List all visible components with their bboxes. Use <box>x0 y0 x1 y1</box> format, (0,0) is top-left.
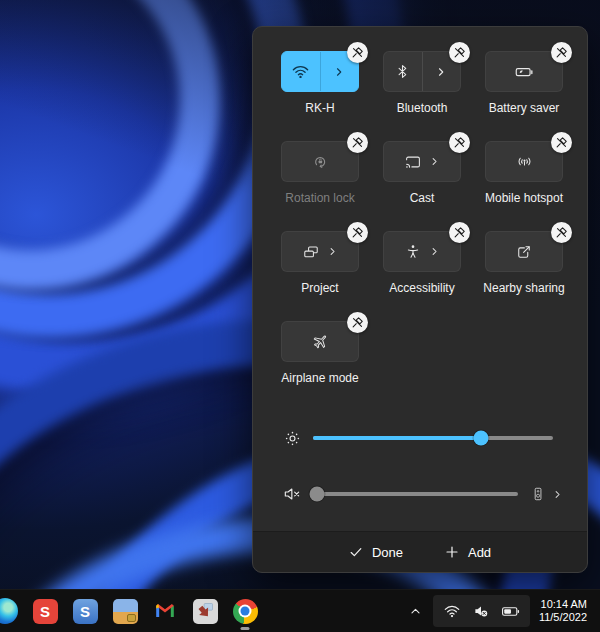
plus-icon <box>445 545 459 559</box>
done-label: Done <box>372 545 403 560</box>
brightness-slider[interactable] <box>313 430 553 446</box>
tile-cell-bluetooth: Bluetooth <box>383 51 461 115</box>
unpin-icon[interactable] <box>449 132 470 153</box>
chevron-right-icon <box>429 246 440 257</box>
cast-icon <box>404 153 422 171</box>
tile-label: Battery saver <box>469 101 579 115</box>
tile-label: Airplane mode <box>265 371 375 385</box>
add-label: Add <box>468 545 491 560</box>
airplane-icon <box>311 332 330 351</box>
chevron-right-icon <box>327 246 338 257</box>
brightness-fill <box>313 436 481 440</box>
tile-label: Accessibility <box>367 281 477 295</box>
tile-cell-airplane-mode: Airplane mode <box>281 321 359 385</box>
clock-date: 11/5/2022 <box>539 611 587 625</box>
airplane-mode-tile[interactable] <box>281 321 359 362</box>
bluetooth-toggle-segment[interactable] <box>384 52 422 91</box>
tile-label: Rotation lock <box>265 191 375 205</box>
chevron-right-icon[interactable] <box>552 489 563 500</box>
quick-settings-footer: Done Add <box>253 531 587 572</box>
mobile-hotspot-tile[interactable] <box>485 141 563 182</box>
battery-icon <box>501 602 520 621</box>
gmail-icon[interactable] <box>152 598 178 624</box>
battery-saver-tile[interactable] <box>485 51 563 92</box>
tile-label: Nearby sharing <box>469 281 579 295</box>
accessibility-icon <box>404 243 422 261</box>
photos-icon[interactable] <box>112 598 138 624</box>
rotation-lock-icon <box>311 153 329 171</box>
tile-cell-cast: Cast <box>383 141 461 205</box>
project-icon <box>302 243 320 261</box>
add-button[interactable]: Add <box>437 540 499 565</box>
hotspot-icon <box>515 152 534 171</box>
rotation-lock-tile[interactable] <box>281 141 359 182</box>
quick-settings-panel: RK-H <box>252 26 588 573</box>
tile-label: Mobile hotspot <box>469 191 579 205</box>
volume-slider[interactable] <box>313 486 518 502</box>
chevron-right-icon <box>435 66 447 78</box>
tile-cell-battery-saver: Battery saver <box>485 51 563 115</box>
tile-label: Project <box>265 281 375 295</box>
edge-icon[interactable] <box>0 598 18 624</box>
taskbar-clock[interactable]: 10:14 AM 11/5/2022 <box>539 598 587 625</box>
clock-time: 10:14 AM <box>539 598 587 612</box>
unpin-icon[interactable] <box>551 42 572 63</box>
cast-tile[interactable] <box>383 141 461 182</box>
volume-muted-icon[interactable] <box>281 484 303 504</box>
wifi-icon <box>291 62 310 81</box>
unpin-icon[interactable] <box>347 312 368 333</box>
quick-settings-tile-grid: RK-H <box>281 51 563 385</box>
chevron-right-icon <box>333 66 345 78</box>
unpin-icon[interactable] <box>449 42 470 63</box>
nearby-sharing-icon <box>515 243 533 261</box>
brightness-icon <box>281 429 303 448</box>
tile-label: RK-H <box>265 101 375 115</box>
app-s-red-icon[interactable]: S <box>32 598 58 624</box>
project-tile[interactable] <box>281 231 359 272</box>
accessibility-tile[interactable] <box>383 231 461 272</box>
tile-cell-wifi: RK-H <box>281 51 359 115</box>
hidden-icons-chevron[interactable] <box>405 598 427 624</box>
tile-label: Bluetooth <box>367 101 477 115</box>
chrome-icon[interactable] <box>232 598 258 624</box>
volume-slider-row <box>281 481 563 507</box>
battery-saver-icon <box>514 62 534 82</box>
tile-cell-mobile-hotspot: Mobile hotspot <box>485 141 563 205</box>
tile-cell-nearby-sharing: Nearby sharing <box>485 231 563 295</box>
unpin-icon[interactable] <box>449 222 470 243</box>
wifi-toggle-segment[interactable] <box>282 52 320 91</box>
taskbar-apps: S S <box>0 590 258 632</box>
unpin-icon[interactable] <box>551 222 572 243</box>
volume-thumb[interactable] <box>310 487 325 502</box>
speaker-output-icon[interactable] <box>530 486 546 502</box>
app-s-blue-icon[interactable]: S <box>72 598 98 624</box>
tile-cell-project: Project <box>281 231 359 295</box>
quick-settings-tray-button[interactable] <box>433 595 530 627</box>
bluetooth-tile[interactable] <box>383 51 461 92</box>
running-indicator <box>241 627 250 630</box>
volume-muted-icon <box>472 602 490 620</box>
wifi-tile[interactable] <box>281 51 359 92</box>
tile-cell-accessibility: Accessibility <box>383 231 461 295</box>
screen: RK-H <box>0 0 600 632</box>
tile-cell-rotation-lock: Rotation lock <box>281 141 359 205</box>
brightness-thumb[interactable] <box>474 431 489 446</box>
unpin-icon[interactable] <box>551 132 572 153</box>
check-icon <box>349 545 363 559</box>
chevron-right-icon <box>429 156 440 167</box>
unpin-icon[interactable] <box>347 132 368 153</box>
unpin-icon[interactable] <box>347 222 368 243</box>
wifi-icon <box>443 602 461 620</box>
taskbar: S S <box>0 589 600 632</box>
unpin-icon[interactable] <box>347 42 368 63</box>
volume-track[interactable] <box>313 492 518 496</box>
brightness-slider-row <box>281 425 563 451</box>
system-tray: 10:14 AM 11/5/2022 <box>405 590 600 632</box>
nearby-sharing-tile[interactable] <box>485 231 563 272</box>
image-viewer-icon[interactable] <box>192 598 218 624</box>
done-button[interactable]: Done <box>341 540 411 565</box>
tile-label: Cast <box>367 191 477 205</box>
bluetooth-icon <box>394 63 411 80</box>
